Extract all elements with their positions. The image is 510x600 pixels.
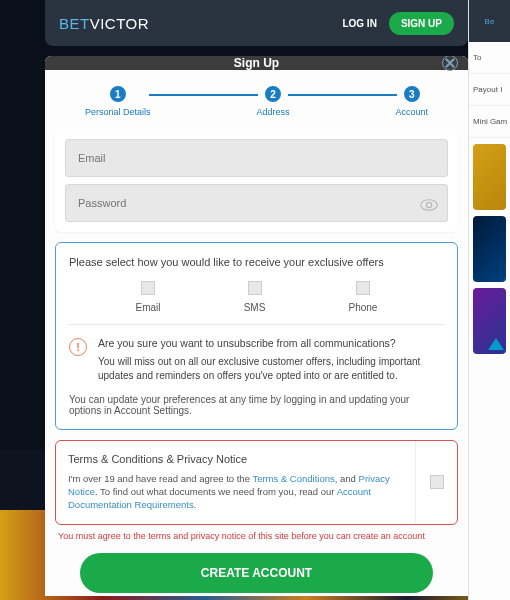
checkbox-email[interactable]: [141, 281, 155, 295]
game-thumb[interactable]: [473, 216, 506, 282]
step-account: 3 Account: [395, 86, 428, 117]
login-link[interactable]: LOG IN: [342, 18, 376, 29]
create-account-button[interactable]: CREATE ACCOUNT: [80, 553, 433, 593]
credentials-card: [55, 129, 458, 232]
terms-card: Terms & Conditions & Privacy Notice I'm …: [55, 440, 458, 525]
close-icon[interactable]: [442, 56, 458, 71]
step-label: Account: [395, 107, 428, 117]
signup-button[interactable]: SIGN UP: [389, 12, 454, 35]
terms-checkbox-cell: [415, 441, 457, 524]
site-header: BETVICTOR LOG IN SIGN UP: [45, 0, 468, 46]
prefs-options-row: Email SMS Phone: [69, 281, 444, 313]
game-thumb[interactable]: [473, 144, 506, 210]
sidebar-item[interactable]: Mini Gam: [469, 106, 510, 138]
password-field[interactable]: [65, 184, 448, 222]
pref-label: SMS: [244, 302, 266, 313]
logo-suffix: VICTOR: [90, 15, 149, 32]
pref-label: Email: [136, 302, 161, 313]
right-sidebar: Be To Payout I Mini Gam: [468, 0, 510, 600]
error-message: You must agree to the terms and privacy …: [45, 531, 468, 549]
sidebar-top-item[interactable]: Be: [469, 0, 510, 42]
checkbox-sms[interactable]: [248, 281, 262, 295]
terms-left: Terms & Conditions & Privacy Notice I'm …: [56, 441, 415, 524]
step-address: 2 Address: [256, 86, 289, 117]
alert-icon: !: [69, 338, 87, 356]
progress-stepper: 1 Personal Details 2 Address 3 Account: [45, 70, 468, 129]
checkbox-terms[interactable]: [430, 475, 444, 489]
step-connector: [288, 94, 398, 96]
warning-row: ! Are you sure you want to unsubscribe f…: [69, 336, 444, 383]
pref-option-phone: Phone: [349, 281, 378, 313]
step-connector: [149, 94, 259, 96]
pref-option-email: Email: [136, 281, 161, 313]
checkbox-phone[interactable]: [356, 281, 370, 295]
step-number: 2: [265, 86, 281, 102]
warn-question: Are you sure you want to unsubscribe fro…: [98, 336, 444, 351]
sidebar-item[interactable]: To: [469, 42, 510, 74]
terms-link[interactable]: Terms & Conditions: [252, 473, 334, 484]
prefs-footer: You can update your preferences at any t…: [69, 394, 444, 416]
sidebar-item[interactable]: Payout I: [469, 74, 510, 106]
pref-label: Phone: [349, 302, 378, 313]
pref-option-sms: SMS: [244, 281, 266, 313]
divider: [69, 324, 444, 325]
logo-prefix: BET: [59, 15, 90, 32]
step-personal-details: 1 Personal Details: [85, 86, 151, 117]
brand-logo[interactable]: BETVICTOR: [59, 15, 149, 32]
eye-icon[interactable]: [420, 197, 438, 209]
step-label: Address: [256, 107, 289, 117]
warn-body: You will miss out on all our exclusive c…: [98, 356, 420, 381]
step-number: 3: [404, 86, 420, 102]
svg-point-0: [421, 200, 438, 211]
modal-title: Sign Up: [234, 56, 279, 70]
warning-text: Are you sure you want to unsubscribe fro…: [98, 336, 444, 383]
step-number: 1: [110, 86, 126, 102]
modal-header: Sign Up: [45, 56, 468, 70]
prefs-title: Please select how you would like to rece…: [69, 256, 444, 268]
email-field[interactable]: [65, 139, 448, 177]
step-label: Personal Details: [85, 107, 151, 117]
signup-modal: Sign Up 1 Personal Details 2 Address 3 A…: [45, 56, 468, 596]
terms-title: Terms & Conditions & Privacy Notice: [68, 453, 403, 465]
preferences-card: Please select how you would like to rece…: [55, 242, 458, 430]
game-thumb[interactable]: [473, 288, 506, 354]
terms-text: I'm over 19 and have read and agree to t…: [68, 472, 403, 512]
svg-point-1: [426, 202, 431, 207]
